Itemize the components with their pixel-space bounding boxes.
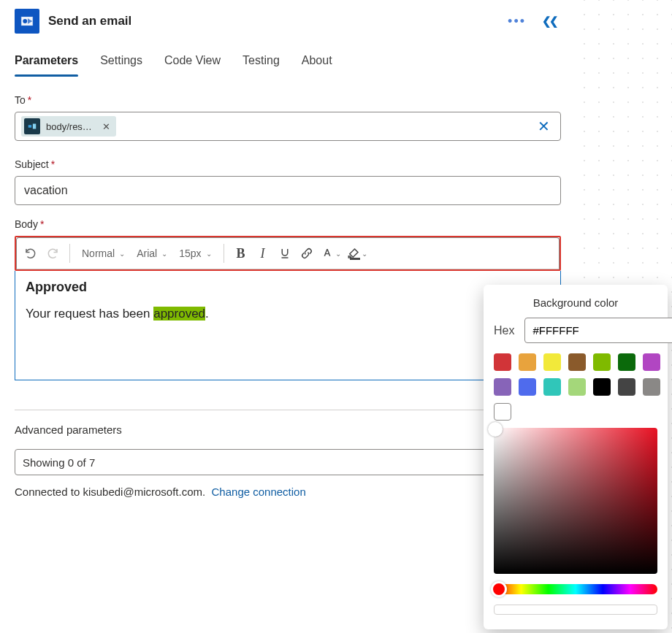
color-picker-title: Background color (494, 296, 657, 309)
color-swatch[interactable] (618, 353, 635, 371)
saturation-picker[interactable] (494, 428, 657, 574)
change-connection-link[interactable]: Change connection (212, 486, 306, 498)
chevron-down-icon: ⌄ (335, 250, 341, 258)
font-select[interactable]: Arial⌄ (131, 242, 173, 265)
required-asterisk: * (40, 218, 44, 230)
tab-testing[interactable]: Testing (243, 47, 280, 76)
body-heading: Approved (26, 280, 550, 295)
token-remove-icon[interactable]: ✕ (102, 121, 110, 132)
body-field: Body* Normal⌄ (10, 218, 565, 380)
outlook-icon (15, 9, 39, 34)
connection-text: Connected to kisubedi@microsoft.com. (15, 486, 205, 498)
undo-button[interactable] (20, 242, 42, 265)
advanced-showing-text: Showing 0 of 7 (23, 456, 95, 469)
panel-header: Send an email ••• ❮❮ (10, 1, 565, 47)
to-token[interactable]: body/res… ✕ (21, 116, 116, 137)
hue-thumb[interactable] (491, 581, 507, 597)
format-value: Normal (82, 248, 115, 259)
chevron-down-icon: ⌄ (119, 250, 125, 258)
body-highlight-box: Normal⌄ Arial⌄ 15px⌄ B I (15, 236, 561, 271)
toolbar-separator (69, 244, 70, 263)
advanced-section: Advanced parameters Showing 0 of 7 ⌄ Sho… (10, 423, 565, 475)
required-asterisk: * (28, 94, 31, 106)
tab-code-view[interactable]: Code View (164, 47, 221, 76)
redo-button[interactable] (42, 242, 64, 265)
body-text-before: Your request has been (26, 307, 153, 321)
connection-info: Connected to kisubedi@microsoft.com. Cha… (10, 475, 565, 508)
rich-text-toolbar: Normal⌄ Arial⌄ 15px⌄ B I (16, 237, 560, 269)
advanced-label: Advanced parameters (15, 423, 122, 436)
required-asterisk: * (51, 158, 55, 170)
clear-to-icon[interactable]: ✕ (533, 118, 554, 135)
color-swatch[interactable] (568, 353, 586, 371)
toolbar-separator (224, 244, 224, 263)
subject-label: Subject* (15, 158, 55, 170)
font-color-button[interactable]: ⌄ (318, 242, 344, 265)
body-editor[interactable]: Approved Your request has been approved. (15, 271, 561, 380)
hex-label: Hex (494, 324, 514, 337)
subject-input[interactable] (15, 176, 561, 205)
color-swatch[interactable] (643, 378, 660, 396)
collapse-icon[interactable]: ❮❮ (542, 15, 557, 28)
to-field: To* body/res… ✕ ✕ (10, 94, 565, 141)
color-swatch[interactable] (618, 378, 635, 396)
swatch-transparent[interactable] (494, 403, 511, 421)
size-value: 15px (179, 248, 201, 259)
action-panel: Send an email ••• ❮❮ Parameters Settings… (10, 1, 565, 508)
more-actions-icon[interactable]: ••• (508, 14, 526, 29)
color-swatch[interactable] (543, 353, 561, 371)
format-select[interactable]: Normal⌄ (76, 242, 131, 265)
to-token-label: body/res… (46, 121, 92, 132)
color-swatch[interactable] (519, 378, 536, 396)
tabs: Parameters Settings Code View Testing Ab… (10, 47, 565, 77)
italic-button[interactable]: I (252, 242, 274, 265)
tab-settings[interactable]: Settings (100, 47, 142, 76)
color-swatch[interactable] (494, 353, 511, 371)
dynamic-content-icon (24, 118, 40, 134)
svg-rect-4 (33, 124, 36, 129)
svg-point-2 (23, 19, 27, 23)
link-button[interactable] (296, 242, 318, 265)
chevron-down-icon: ⌄ (206, 250, 212, 258)
bold-button[interactable]: B (230, 242, 252, 265)
highlight-color-button[interactable]: ⌄ (344, 242, 370, 265)
font-value: Arial (137, 248, 157, 259)
to-label-text: To (15, 94, 26, 106)
chevron-down-icon: ⌄ (161, 250, 167, 258)
color-swatches (494, 353, 657, 396)
body-label-text: Body (15, 218, 38, 230)
color-swatch[interactable] (593, 353, 611, 371)
subject-label-text: Subject (15, 158, 49, 170)
body-label: Body* (15, 218, 44, 230)
hex-input[interactable] (524, 318, 672, 343)
to-input[interactable]: body/res… ✕ ✕ (15, 112, 561, 141)
tab-parameters[interactable]: Parameters (15, 47, 78, 76)
body-highlight-text: approved (153, 307, 205, 321)
alpha-slider[interactable] (494, 605, 657, 615)
panel-title: Send an email (48, 14, 508, 28)
advanced-select[interactable]: Showing 0 of 7 ⌄ (15, 449, 505, 475)
subject-field: Subject* (10, 158, 565, 205)
hue-slider[interactable] (494, 584, 657, 594)
underline-button[interactable] (274, 242, 296, 265)
color-swatch[interactable] (593, 378, 611, 396)
chevron-down-icon: ⌄ (362, 250, 367, 258)
svg-rect-3 (28, 125, 31, 128)
body-paragraph: Your request has been approved. (26, 307, 550, 321)
color-swatch[interactable] (494, 378, 511, 396)
to-label: To* (15, 94, 31, 106)
saturation-thumb[interactable] (488, 422, 503, 437)
body-text-after: . (205, 307, 209, 321)
color-swatch[interactable] (543, 378, 561, 396)
tab-about[interactable]: About (302, 47, 332, 76)
color-swatch[interactable] (643, 353, 660, 371)
color-swatch[interactable] (519, 353, 536, 371)
color-swatch[interactable] (568, 378, 586, 396)
size-select[interactable]: 15px⌄ (173, 242, 217, 265)
color-picker-popover: Background color Hex (484, 285, 668, 629)
divider (15, 410, 561, 410)
